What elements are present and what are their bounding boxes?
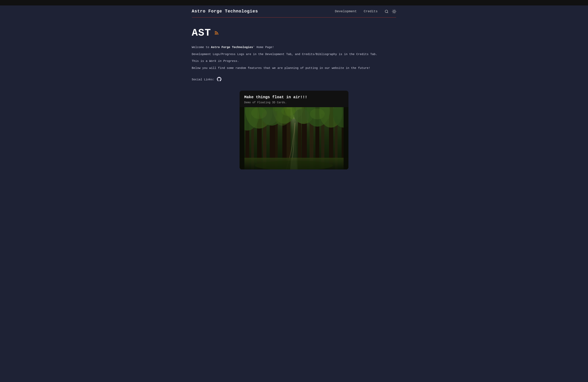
svg-rect-43 [240, 107, 244, 170]
intro-para-3: This is a Work in Progress. [192, 59, 396, 64]
svg-rect-44 [344, 107, 348, 170]
nav-link-development[interactable]: Development [335, 10, 357, 13]
floating-card[interactable]: Make things float in air!!! Demo of Floa… [240, 91, 348, 170]
theme-toggle-button[interactable] [392, 9, 396, 14]
github-icon [216, 76, 222, 82]
card-text-area: Make things float in air!!! Demo of Floa… [240, 91, 348, 107]
intro-para-4: Below you will find some random features… [192, 66, 396, 71]
svg-line-9 [393, 12, 393, 13]
search-icon [385, 10, 388, 13]
svg-point-49 [310, 108, 325, 119]
forest-svg [240, 107, 348, 170]
card-title: Make things float in air!!! [244, 95, 344, 99]
svg-line-5 [393, 10, 393, 10]
svg-line-1 [387, 12, 388, 13]
top-bar [0, 0, 588, 5]
intro-section: Welcome to Astro Forge Technologies' Hom… [192, 45, 396, 71]
page-heading-text: AST [192, 27, 211, 39]
svg-line-6 [395, 12, 396, 13]
brand-name-bold: Astro Forge Technologies [211, 46, 253, 49]
rss-icon[interactable] [214, 30, 219, 37]
card-container: Make things float in air!!! Demo of Floa… [192, 91, 396, 170]
social-links-label: Social Links: [192, 78, 214, 81]
site-header: Astro Forge Technologies Development Cre… [0, 5, 588, 17]
main-content: AST Welcome to Astro Forge Technologies'… [187, 23, 401, 177]
wip-italic: Work in Progress [209, 60, 237, 63]
svg-point-2 [393, 11, 395, 12]
nav: Development Credits [335, 9, 396, 14]
intro-para-1: Welcome to Astro Forge Technologies' Hom… [192, 45, 396, 50]
nav-link-credits[interactable]: Credits [364, 10, 378, 13]
github-link[interactable] [216, 76, 222, 83]
svg-line-10 [395, 10, 396, 10]
svg-point-48 [251, 107, 267, 119]
intro-para-2: Development Logs/Progress Logs are in th… [192, 52, 396, 57]
site-title[interactable]: Astro Forge Technologies [192, 9, 258, 14]
search-button[interactable] [385, 10, 388, 13]
social-links-row: Social Links: [192, 76, 396, 83]
sun-icon [392, 9, 396, 14]
svg-point-46 [294, 108, 309, 123]
card-image [240, 107, 348, 170]
page-heading: AST [192, 27, 396, 39]
card-subtitle: Demo of Floating 3D Cards. [244, 101, 344, 104]
header-divider [192, 17, 396, 18]
